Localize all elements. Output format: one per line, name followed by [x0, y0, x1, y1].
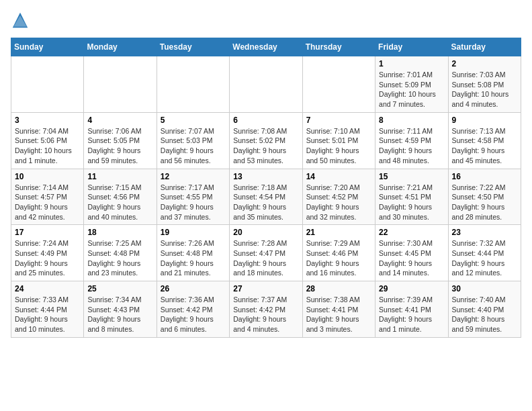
- day-number: 30: [452, 284, 517, 293]
- calendar-week-row: 24Sunrise: 7:33 AM Sunset: 4:44 PM Dayli…: [11, 281, 521, 338]
- day-number: 7: [306, 116, 371, 125]
- day-number: 5: [161, 116, 226, 125]
- day-number: 1: [379, 59, 444, 68]
- calendar-body: 1Sunrise: 7:01 AM Sunset: 5:09 PM Daylig…: [11, 56, 521, 338]
- logo-icon: [11, 11, 30, 30]
- header-day: Saturday: [448, 38, 521, 56]
- calendar-cell: 30Sunrise: 7:40 AM Sunset: 4:40 PM Dayli…: [448, 281, 521, 338]
- calendar-week-row: 1Sunrise: 7:01 AM Sunset: 5:09 PM Daylig…: [11, 56, 521, 113]
- day-info: Sunrise: 7:33 AM Sunset: 4:44 PM Dayligh…: [15, 295, 80, 334]
- calendar-table: SundayMondayTuesdayWednesdayThursdayFrid…: [11, 38, 521, 338]
- calendar-cell: 5Sunrise: 7:07 AM Sunset: 5:03 PM Daylig…: [157, 112, 229, 169]
- day-info: Sunrise: 7:01 AM Sunset: 5:09 PM Dayligh…: [379, 70, 444, 109]
- day-number: 26: [161, 284, 226, 293]
- day-number: 17: [15, 228, 80, 237]
- calendar-cell: 4Sunrise: 7:06 AM Sunset: 5:05 PM Daylig…: [84, 112, 157, 169]
- header-day: Thursday: [302, 38, 375, 56]
- calendar-header: SundayMondayTuesdayWednesdayThursdayFrid…: [11, 38, 521, 56]
- day-info: Sunrise: 7:26 AM Sunset: 4:48 PM Dayligh…: [161, 238, 226, 278]
- day-number: 27: [233, 284, 298, 293]
- day-info: Sunrise: 7:32 AM Sunset: 4:44 PM Dayligh…: [452, 238, 517, 278]
- day-number: 18: [87, 228, 152, 237]
- calendar-cell: [230, 56, 302, 113]
- day-number: 16: [452, 172, 517, 181]
- day-number: 19: [161, 228, 226, 237]
- day-info: Sunrise: 7:04 AM Sunset: 5:06 PM Dayligh…: [15, 126, 80, 166]
- day-info: Sunrise: 7:07 AM Sunset: 5:03 PM Dayligh…: [161, 126, 226, 166]
- day-info: Sunrise: 7:25 AM Sunset: 4:48 PM Dayligh…: [87, 238, 152, 278]
- calendar-cell: 28Sunrise: 7:38 AM Sunset: 4:41 PM Dayli…: [302, 281, 375, 338]
- day-number: 4: [87, 116, 152, 125]
- day-info: Sunrise: 7:21 AM Sunset: 4:51 PM Dayligh…: [379, 183, 444, 222]
- header-day: Sunday: [11, 38, 84, 56]
- day-info: Sunrise: 7:15 AM Sunset: 4:56 PM Dayligh…: [87, 183, 152, 222]
- day-number: 23: [452, 228, 517, 237]
- day-number: 9: [452, 116, 517, 125]
- day-info: Sunrise: 7:11 AM Sunset: 4:59 PM Dayligh…: [379, 126, 444, 166]
- calendar-cell: 10Sunrise: 7:14 AM Sunset: 4:57 PM Dayli…: [11, 169, 84, 225]
- header-day: Tuesday: [157, 38, 229, 56]
- day-info: Sunrise: 7:06 AM Sunset: 5:05 PM Dayligh…: [87, 126, 152, 166]
- day-number: 25: [87, 284, 152, 293]
- calendar-week-row: 17Sunrise: 7:24 AM Sunset: 4:49 PM Dayli…: [11, 225, 521, 281]
- svg-marker-1: [13, 15, 27, 27]
- calendar-cell: 12Sunrise: 7:17 AM Sunset: 4:55 PM Dayli…: [157, 169, 229, 225]
- day-number: 8: [379, 116, 444, 125]
- day-number: 10: [15, 172, 80, 181]
- calendar-cell: 8Sunrise: 7:11 AM Sunset: 4:59 PM Daylig…: [375, 112, 448, 169]
- calendar-week-row: 10Sunrise: 7:14 AM Sunset: 4:57 PM Dayli…: [11, 169, 521, 225]
- day-info: Sunrise: 7:10 AM Sunset: 5:01 PM Dayligh…: [306, 126, 371, 166]
- day-info: Sunrise: 7:29 AM Sunset: 4:46 PM Dayligh…: [306, 238, 371, 278]
- calendar-cell: [84, 56, 157, 113]
- calendar-cell: 15Sunrise: 7:21 AM Sunset: 4:51 PM Dayli…: [375, 169, 448, 225]
- day-info: Sunrise: 7:36 AM Sunset: 4:42 PM Dayligh…: [161, 295, 226, 334]
- calendar-cell: 18Sunrise: 7:25 AM Sunset: 4:48 PM Dayli…: [84, 225, 157, 281]
- day-info: Sunrise: 7:30 AM Sunset: 4:45 PM Dayligh…: [379, 238, 444, 278]
- calendar-week-row: 3Sunrise: 7:04 AM Sunset: 5:06 PM Daylig…: [11, 112, 521, 169]
- calendar-cell: 26Sunrise: 7:36 AM Sunset: 4:42 PM Dayli…: [157, 281, 229, 338]
- header-day: Wednesday: [230, 38, 302, 56]
- day-number: 28: [306, 284, 371, 293]
- calendar-cell: 25Sunrise: 7:34 AM Sunset: 4:43 PM Dayli…: [84, 281, 157, 338]
- calendar-cell: [157, 56, 229, 113]
- calendar-cell: 21Sunrise: 7:29 AM Sunset: 4:46 PM Dayli…: [302, 225, 375, 281]
- page-header: [11, 11, 521, 30]
- logo: [11, 11, 32, 30]
- calendar-cell: 9Sunrise: 7:13 AM Sunset: 4:58 PM Daylig…: [448, 112, 521, 169]
- day-number: 22: [379, 228, 444, 237]
- day-info: Sunrise: 7:17 AM Sunset: 4:55 PM Dayligh…: [161, 183, 226, 222]
- day-info: Sunrise: 7:18 AM Sunset: 4:54 PM Dayligh…: [233, 183, 298, 222]
- calendar-cell: 14Sunrise: 7:20 AM Sunset: 4:52 PM Dayli…: [302, 169, 375, 225]
- day-info: Sunrise: 7:22 AM Sunset: 4:50 PM Dayligh…: [452, 183, 517, 222]
- day-number: 12: [161, 172, 226, 181]
- calendar-cell: 16Sunrise: 7:22 AM Sunset: 4:50 PM Dayli…: [448, 169, 521, 225]
- day-info: Sunrise: 7:34 AM Sunset: 4:43 PM Dayligh…: [87, 295, 152, 334]
- calendar-cell: [302, 56, 375, 113]
- calendar-cell: 27Sunrise: 7:37 AM Sunset: 4:42 PM Dayli…: [230, 281, 302, 338]
- day-info: Sunrise: 7:28 AM Sunset: 4:47 PM Dayligh…: [233, 238, 298, 278]
- header-day: Friday: [375, 38, 448, 56]
- calendar-cell: [11, 56, 84, 113]
- day-number: 13: [233, 172, 298, 181]
- calendar-cell: 29Sunrise: 7:39 AM Sunset: 4:41 PM Dayli…: [375, 281, 448, 338]
- day-info: Sunrise: 7:14 AM Sunset: 4:57 PM Dayligh…: [15, 183, 80, 222]
- calendar-cell: 24Sunrise: 7:33 AM Sunset: 4:44 PM Dayli…: [11, 281, 84, 338]
- day-info: Sunrise: 7:13 AM Sunset: 4:58 PM Dayligh…: [452, 126, 517, 166]
- day-number: 21: [306, 228, 371, 237]
- day-number: 24: [15, 284, 80, 293]
- day-info: Sunrise: 7:38 AM Sunset: 4:41 PM Dayligh…: [306, 295, 371, 334]
- day-info: Sunrise: 7:08 AM Sunset: 5:02 PM Dayligh…: [233, 126, 298, 166]
- calendar-cell: 17Sunrise: 7:24 AM Sunset: 4:49 PM Dayli…: [11, 225, 84, 281]
- day-number: 29: [379, 284, 444, 293]
- day-info: Sunrise: 7:03 AM Sunset: 5:08 PM Dayligh…: [452, 70, 517, 109]
- day-number: 2: [452, 59, 517, 68]
- day-number: 20: [233, 228, 298, 237]
- day-info: Sunrise: 7:20 AM Sunset: 4:52 PM Dayligh…: [306, 183, 371, 222]
- calendar-cell: 7Sunrise: 7:10 AM Sunset: 5:01 PM Daylig…: [302, 112, 375, 169]
- day-info: Sunrise: 7:40 AM Sunset: 4:40 PM Dayligh…: [452, 295, 517, 334]
- calendar-cell: 19Sunrise: 7:26 AM Sunset: 4:48 PM Dayli…: [157, 225, 229, 281]
- header-day: Monday: [84, 38, 157, 56]
- calendar-cell: 2Sunrise: 7:03 AM Sunset: 5:08 PM Daylig…: [448, 56, 521, 113]
- day-number: 15: [379, 172, 444, 181]
- calendar-cell: 6Sunrise: 7:08 AM Sunset: 5:02 PM Daylig…: [230, 112, 302, 169]
